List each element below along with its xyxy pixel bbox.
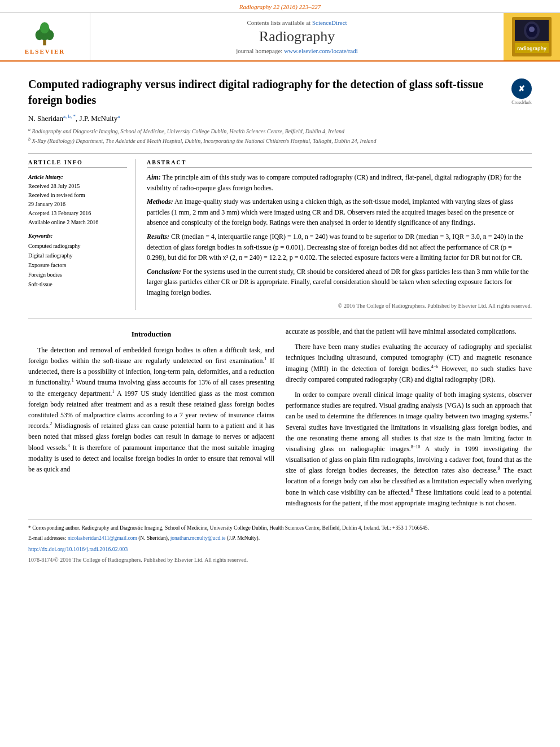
crossmark-circle: ✘ <box>511 78 532 99</box>
title-crossmark-row: ✘ CrossMark Computed radiography versus … <box>28 76 532 108</box>
email2-link[interactable]: jonathan.mcnulty@ucd.ie <box>170 535 226 541</box>
results-text: CR (median = 4, interquartile range (IQR… <box>147 233 523 261</box>
intro-para4: In order to compare overall clinical ima… <box>286 390 532 509</box>
keywords-title: Keywords: <box>28 233 127 239</box>
email2-name: (J.P. McNulty). <box>226 535 260 541</box>
authors-line: N. Sheridana, b, *, J.P. McNultya <box>28 113 532 123</box>
journal-citation: Radiography 22 (2016) 223–227 <box>239 3 321 10</box>
svg-point-4 <box>40 22 49 33</box>
homepage-link[interactable]: www.elsevier.com/locate/radi <box>284 47 358 54</box>
available-date: Available online 2 March 2016 <box>28 218 127 227</box>
article-info-col: Article Info Article history: Received 2… <box>28 159 135 310</box>
affiliation-a: a Radiography and Diagnostic Imaging, Sc… <box>28 126 532 136</box>
doi-link[interactable]: http://dx.doi.org/10.1016/j.radi.2016.02… <box>28 546 128 552</box>
introduction-cols: Introduction The detection and removal o… <box>28 326 532 513</box>
crossmark-icon: ✘ <box>518 84 525 94</box>
abstract-aim: Aim: The principle aim of this study was… <box>147 172 532 193</box>
body-col-left: Introduction The detection and removal o… <box>28 326 274 513</box>
science-direct-link[interactable]: ScienceDirect <box>312 19 347 26</box>
keyword-5: Soft-tissue <box>28 279 127 289</box>
author1-name: N. Sheridan <box>28 114 63 123</box>
introduction-title: Introduction <box>28 329 274 340</box>
received-revised-date: 29 January 2016 <box>28 200 127 209</box>
page: Radiography 22 (2016) 223–227 ELSEVIER <box>0 0 560 747</box>
email-prefix: E-mail addresses: <box>28 535 68 541</box>
intro-para1: The detection and removal of embedded fo… <box>28 345 274 475</box>
affiliations: a Radiography and Diagnostic Imaging, Sc… <box>28 126 532 145</box>
radiography-brand-logo: radiography <box>512 17 552 56</box>
journal-homepage: journal homepage: www.elsevier.com/locat… <box>236 47 358 54</box>
keyword-4: Foreign bodies <box>28 270 127 279</box>
conclusion-text: For the systems used in the current stud… <box>147 268 528 296</box>
methods-text: An image-quality study was undertaken us… <box>147 198 514 226</box>
elsevier-logo: ELSEVIER <box>25 19 65 55</box>
email1-name: (N. Sheridan), <box>137 535 169 541</box>
abstract-results: Results: CR (median = 4, interquartile r… <box>147 231 532 263</box>
keyword-3: Exposure factors <box>28 260 127 270</box>
abstract-col: Abstract Aim: The principle aim of this … <box>147 159 532 310</box>
radiography-logo-svg: radiography <box>512 17 552 56</box>
email1-link[interactable]: nicolasheridan2411@gmail.com <box>68 535 137 541</box>
affiliation-b: b X-Ray (Radiology) Department, The Adel… <box>28 136 532 145</box>
affiliation-a-text: Radiography and Diagnostic Imaging, Scho… <box>32 129 345 135</box>
crossmark: ✘ CrossMark <box>511 78 532 105</box>
science-direct-text: Contents lists available at ScienceDirec… <box>247 19 347 26</box>
svg-text:radiography: radiography <box>517 46 546 51</box>
issn-line: 1078-8174/© 2016 The College of Radiogra… <box>28 556 532 564</box>
header-area: ELSEVIER Contents lists available at Sci… <box>0 13 560 62</box>
conclusion-label: Conclusion: <box>147 268 181 276</box>
header-center: Contents lists available at ScienceDirec… <box>90 13 504 60</box>
keywords-section: Keywords: Computed radiography Digital r… <box>28 233 127 289</box>
corresponding-text: * Corresponding author. Radiography and … <box>28 525 429 531</box>
abstract-heading: Abstract <box>147 159 532 168</box>
abstract-text: Aim: The principle aim of this study was… <box>147 172 532 310</box>
received-revised-label: Received in revised form <box>28 191 127 200</box>
author2-name: , J.P. McNulty <box>76 114 117 123</box>
doi-line: http://dx.doi.org/10.1016/j.radi.2016.02… <box>28 545 532 553</box>
footnote-emails: E-mail addresses: nicolasheridan2411@gma… <box>28 534 532 542</box>
affiliation-b-text: X-Ray (Radiology) Department, The Adelai… <box>32 138 377 144</box>
history-title: Article history: <box>28 172 127 182</box>
copyright-line: © 2016 The College of Radiographers. Pub… <box>147 302 532 311</box>
elsevier-tree-icon <box>28 19 62 47</box>
elsevier-text: ELSEVIER <box>25 48 65 55</box>
radiography-logo-area: radiography <box>504 13 560 60</box>
keyword-1: Computed radiography <box>28 241 127 251</box>
author2-sup: a <box>117 113 120 119</box>
crossmark-label: CrossMark <box>511 100 532 105</box>
methods-label: Methods: <box>147 198 173 206</box>
intro-para3: There have been many studies evaluating … <box>286 342 532 385</box>
accepted-date: Accepted 13 February 2016 <box>28 209 127 218</box>
svg-point-9 <box>529 27 535 32</box>
keyword-2: Digital radiography <box>28 251 127 260</box>
info-abstract-cols: Article Info Article history: Received 2… <box>28 153 532 310</box>
elsevier-logo-area: ELSEVIER <box>0 13 90 60</box>
article-history: Article history: Received 28 July 2015 R… <box>28 172 127 227</box>
journal-top-bar: Radiography 22 (2016) 223–227 <box>0 0 560 13</box>
homepage-prefix: journal homepage: <box>236 47 284 54</box>
body-col-right: accurate as possible, and that the patie… <box>286 326 532 513</box>
journal-title-header: Radiography <box>259 28 335 45</box>
footnote-corresponding: * Corresponding author. Radiography and … <box>28 524 532 532</box>
article-title: Computed radiography versus indirect dig… <box>28 76 532 108</box>
received-date: Received 28 July 2015 <box>28 182 127 191</box>
intro-para2: accurate as possible, and that the patie… <box>286 326 532 337</box>
abstract-conclusion: Conclusion: For the systems used in the … <box>147 267 532 298</box>
section-divider <box>28 318 532 318</box>
article-info-heading: Article Info <box>28 159 127 168</box>
footnotes-area: * Corresponding author. Radiography and … <box>28 519 532 564</box>
results-label: Results: <box>147 233 169 241</box>
aim-text: The principle aim of this study was to c… <box>147 173 522 192</box>
science-direct-prefix: Contents lists available at <box>247 19 312 26</box>
abstract-methods: Methods: An image-quality study was unde… <box>147 196 532 228</box>
author1-sup: a, b, * <box>63 113 76 119</box>
aim-label: Aim: <box>147 173 161 181</box>
article-content: ✘ CrossMark Computed radiography versus … <box>0 62 560 575</box>
